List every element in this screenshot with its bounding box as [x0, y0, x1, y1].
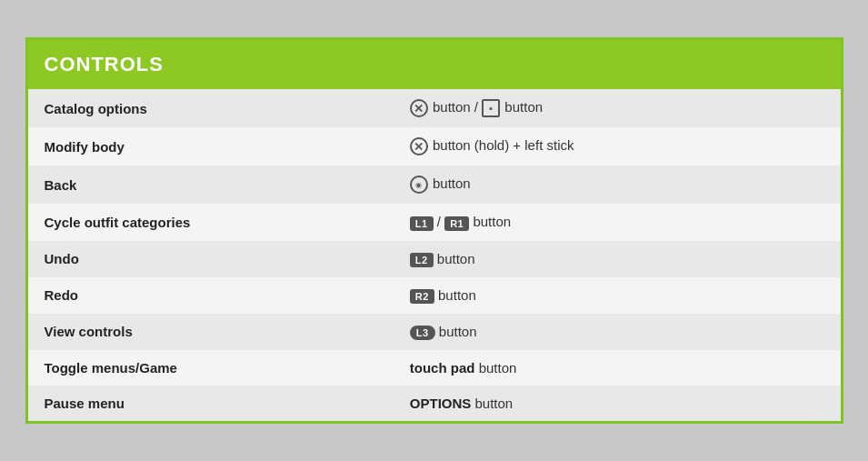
controls-header: CONTROLS	[28, 40, 841, 89]
x-button-icon: ✕	[410, 99, 428, 117]
controls-title: CONTROLS	[45, 53, 164, 75]
controls-table: Catalog options ✕ button / ▪ button Modi…	[28, 89, 841, 420]
action-label: Modify body	[28, 127, 394, 165]
action-label: Undo	[28, 241, 394, 277]
button-text-8: button	[439, 324, 477, 339]
button-text-6: button	[437, 251, 475, 266]
action-label: View controls	[28, 314, 394, 350]
table-row: Back ◉ button	[28, 165, 841, 204]
table-row: Cycle outfit categories L1 / R1 button	[28, 204, 841, 240]
button-text-1: button /	[433, 99, 482, 115]
button-text-7: button	[438, 287, 476, 303]
binding-value: touch pad button	[394, 350, 841, 386]
button-text-2: button	[504, 99, 543, 115]
action-label: Back	[28, 165, 394, 204]
button-text-4: button	[433, 175, 471, 191]
button-text-3: button (hold) + left stick	[433, 137, 574, 153]
binding-value: L3 button	[394, 314, 841, 350]
table-row: Toggle menus/Game touch pad button	[28, 350, 841, 386]
x-button-icon: ✕	[410, 137, 428, 155]
options-label: OPTIONS	[410, 396, 472, 411]
touchpad-label: touch pad	[410, 360, 475, 376]
button-text-5: button	[473, 214, 511, 229]
binding-value: R2 button	[394, 277, 841, 314]
controls-panel: CONTROLS Catalog options ✕ button / ▪ bu…	[25, 37, 843, 423]
r2-badge: R2	[410, 289, 434, 304]
square-button-icon: ▪	[482, 99, 500, 117]
r1-badge: R1	[444, 216, 469, 231]
button-text-10: button	[474, 396, 513, 411]
l2-badge: L2	[410, 253, 434, 267]
binding-value: L1 / R1 button	[394, 204, 841, 240]
button-text-9: button	[479, 360, 517, 376]
l3-badge: L3	[410, 326, 435, 340]
l1-badge: L1	[410, 216, 434, 231]
action-label: Catalog options	[28, 89, 394, 127]
action-label: Cycle outfit categories	[28, 204, 394, 240]
binding-value: L2 button	[394, 241, 841, 277]
action-label: Toggle menus/Game	[28, 350, 394, 386]
table-row: Pause menu OPTIONS button	[28, 386, 841, 421]
circle-button-icon: ◉	[410, 175, 428, 194]
table-row: View controls L3 button	[28, 314, 841, 350]
action-label: Redo	[28, 277, 394, 314]
table-row: Undo L2 button	[28, 241, 841, 277]
binding-value: ✕ button / ▪ button	[394, 89, 841, 127]
separator-slash: /	[437, 214, 444, 229]
binding-value: OPTIONS button	[394, 386, 841, 421]
action-label: Pause menu	[28, 386, 394, 421]
table-row: Catalog options ✕ button / ▪ button	[28, 89, 841, 127]
binding-value: ✕ button (hold) + left stick	[394, 127, 841, 165]
table-row: Redo R2 button	[28, 277, 841, 314]
table-row: Modify body ✕ button (hold) + left stick	[28, 127, 841, 165]
binding-value: ◉ button	[394, 165, 841, 204]
